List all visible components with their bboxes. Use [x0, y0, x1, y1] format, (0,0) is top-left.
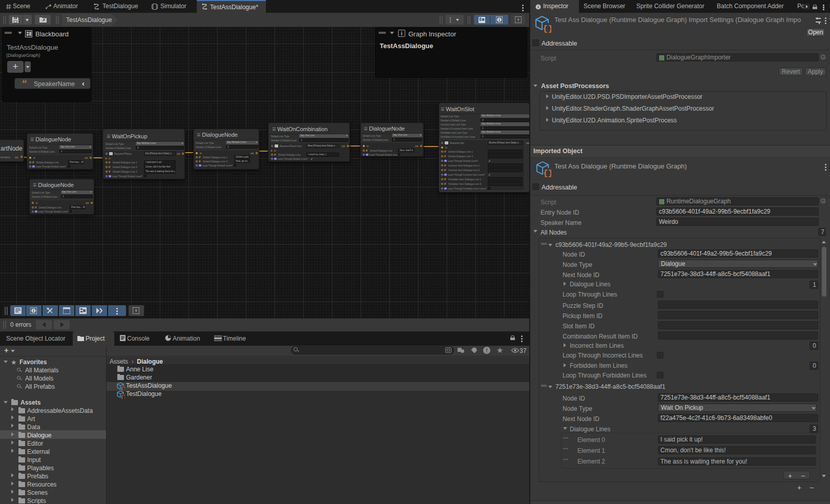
svg-text:{}: {}	[543, 169, 551, 178]
svg-text:{}: {}	[543, 24, 551, 34]
svg-text:{}: {}	[121, 395, 126, 399]
